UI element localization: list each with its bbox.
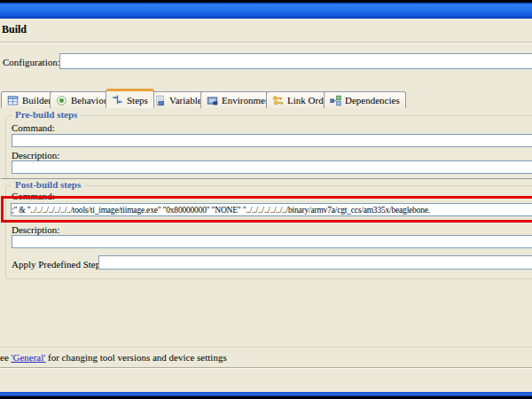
note-suffix: for changing tool versions and device se…: [45, 352, 226, 363]
note-bottom-separator: [0, 367, 532, 369]
window-titlebar[interactable]: [0, 3, 532, 19]
link-order-icon: [272, 95, 284, 106]
configuration-combo[interactable]: Release [ Active ]: [59, 53, 532, 69]
tab-label: Dependencies: [345, 95, 400, 106]
pre-build-description-label: Description:: [12, 150, 59, 160]
apply-predefined-step-label: Apply Predefined Step:: [12, 259, 103, 270]
apply-predefined-step-input[interactable]: [98, 255, 532, 270]
tab-steps[interactable]: Steps: [106, 89, 154, 108]
post-build-command-input[interactable]: ;" & "../../../../../../../tools/ti_imag…: [11, 203, 532, 216]
page-title: Build: [2, 23, 27, 36]
note-top-separator: [0, 347, 532, 348]
post-build-command-label: Command:: [12, 191, 55, 201]
build-properties-page: Build Configuration: Release [ Active ] …: [0, 19, 532, 392]
builder-icon: [7, 95, 19, 106]
post-build-steps-group: Post-build steps Command: ;" & "../../..…: [5, 185, 532, 279]
tab-label: Steps: [127, 95, 148, 106]
pre-build-description-input[interactable]: [12, 160, 532, 174]
tab-bar: Builder Behaviour Steps: [1, 90, 532, 108]
pre-build-command-label: Command:: [12, 122, 55, 133]
post-build-group-title: Post-build steps: [12, 179, 84, 190]
general-link[interactable]: 'General': [12, 352, 46, 363]
variables-icon: [154, 95, 166, 106]
pre-build-group-title: Pre-build steps: [12, 109, 81, 120]
tab-label: Builder: [22, 95, 51, 106]
behaviour-icon: [56, 95, 67, 106]
note-prefix: ee: [0, 352, 12, 363]
tab-label: Environment: [222, 95, 272, 106]
post-build-description-label: Description:: [12, 224, 59, 235]
tab-dependencies[interactable]: Dependencies: [324, 91, 406, 108]
pre-build-command-input[interactable]: [12, 134, 532, 147]
steps-icon: [112, 94, 123, 106]
header-separator: [0, 42, 532, 43]
dependencies-icon: [330, 95, 341, 106]
pre-build-steps-group: Pre-build steps Command: Description:: [5, 115, 532, 179]
bottom-note: ee 'General' for changing tool versions …: [0, 352, 227, 363]
tab-baseline: [1, 178, 532, 179]
configuration-label: Configuration:: [3, 57, 60, 67]
post-build-description-input[interactable]: [12, 235, 532, 248]
screenshot-root: Build Configuration: Release [ Active ] …: [0, 0, 532, 399]
environment-icon: [207, 95, 218, 106]
